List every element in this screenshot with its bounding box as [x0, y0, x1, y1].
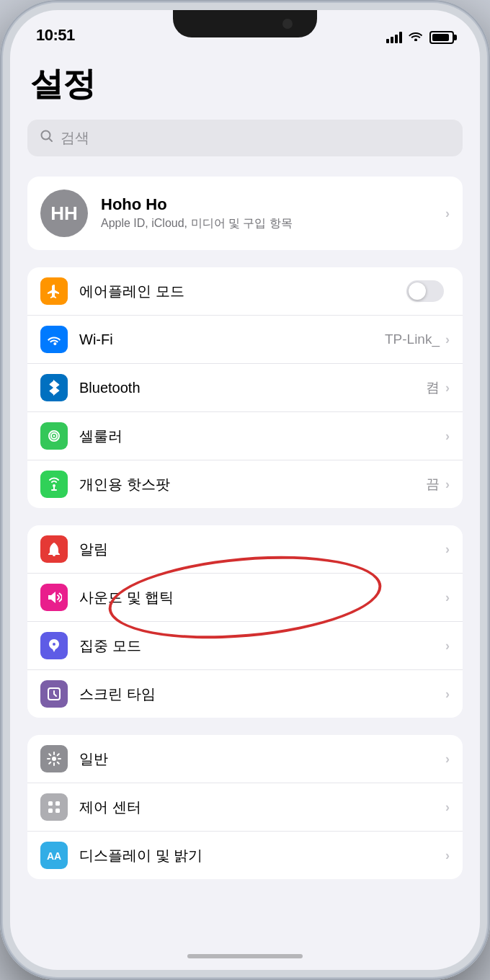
- apple-id-subtitle: Apple ID, iCloud, 미디어 및 구입 항목: [101, 216, 445, 231]
- wifi-label: Wi-Fi: [79, 331, 385, 348]
- settings-row-focus[interactable]: 집중 모드 ›: [27, 622, 463, 670]
- settings-row-sounds[interactable]: 사운드 및 햅틱 ›: [27, 574, 463, 622]
- settings-row-wifi[interactable]: Wi-Fi TP-Link_ ›: [27, 316, 463, 364]
- status-time: 10:51: [36, 26, 75, 45]
- bluetooth-value: 켬: [426, 378, 440, 397]
- apple-id-card[interactable]: HH Hoho Ho Apple ID, iCloud, 미디어 및 구입 항목…: [27, 177, 463, 250]
- hotspot-chevron: ›: [445, 477, 450, 492]
- notifications-label: 알림: [79, 540, 445, 559]
- settings-row-screentime[interactable]: 스크린 타임 ›: [27, 670, 463, 718]
- hotspot-label: 개인용 핫스팟: [79, 475, 426, 494]
- display-chevron: ›: [445, 848, 450, 863]
- svg-rect-15: [55, 808, 60, 813]
- settings-row-cellular[interactable]: 셀룰러 ›: [27, 412, 463, 460]
- notifications-section: 알림 › 사운드 및 햅틱 ›: [27, 525, 463, 718]
- status-icons: [386, 30, 454, 45]
- search-placeholder: 검색: [61, 128, 89, 148]
- focus-label: 집중 모드: [79, 636, 445, 656]
- phone-screen: 10:51 설정: [10, 10, 480, 970]
- controlcenter-icon: [40, 793, 68, 821]
- sounds-icon: [40, 584, 68, 611]
- display-icon: AA: [40, 842, 68, 869]
- sounds-chevron: ›: [445, 590, 450, 605]
- bluetooth-icon: [40, 374, 68, 401]
- settings-row-bluetooth[interactable]: Bluetooth 켬 ›: [27, 364, 463, 412]
- focus-chevron: ›: [445, 638, 450, 654]
- controlcenter-chevron: ›: [445, 800, 450, 815]
- sounds-label: 사운드 및 햅틱: [79, 588, 445, 607]
- svg-rect-12: [48, 801, 53, 806]
- general-section: 일반 › 제어 센터 ›: [27, 735, 463, 879]
- apple-id-info: Hoho Ho Apple ID, iCloud, 미디어 및 구입 항목: [101, 195, 445, 231]
- controlcenter-label: 제어 센터: [79, 798, 445, 817]
- avatar: HH: [40, 190, 88, 237]
- display-label: 디스플레이 및 밝기: [79, 846, 445, 865]
- settings-row-notifications[interactable]: 알림 ›: [27, 525, 463, 574]
- cellular-icon: [40, 422, 68, 450]
- settings-row-display[interactable]: AA 디스플레이 및 밝기 ›: [27, 832, 463, 879]
- general-label: 일반: [79, 749, 445, 769]
- battery-icon: [429, 31, 454, 44]
- general-chevron: ›: [445, 752, 450, 767]
- settings-row-controlcenter[interactable]: 제어 센터 ›: [27, 783, 463, 832]
- bluetooth-chevron: ›: [445, 380, 450, 396]
- wifi-value: TP-Link_: [385, 331, 440, 347]
- hotspot-icon: [40, 471, 68, 498]
- screentime-label: 스크린 타임: [79, 685, 445, 704]
- airplane-toggle[interactable]: [406, 280, 444, 302]
- cellular-label: 셀룰러: [79, 427, 445, 446]
- search-bar[interactable]: 검색: [27, 120, 463, 156]
- settings-row-general[interactable]: 일반 ›: [27, 735, 463, 783]
- bluetooth-label: Bluetooth: [79, 380, 426, 396]
- settings-row-airplane[interactable]: 에어플레인 모드: [27, 267, 463, 316]
- cellular-chevron: ›: [445, 429, 450, 444]
- phone-frame: 10:51 설정: [0, 0, 490, 980]
- general-icon: [40, 745, 68, 772]
- svg-point-8: [53, 435, 55, 437]
- screen-content[interactable]: 설정 검색 HH Hoho Ho Apple ID, iCloud,: [10, 50, 480, 970]
- search-icon: [40, 130, 53, 146]
- airplane-icon: [40, 277, 68, 305]
- svg-rect-14: [48, 808, 53, 813]
- notch: [173, 10, 317, 37]
- wifi-icon: [40, 326, 68, 353]
- svg-rect-13: [55, 801, 60, 806]
- focus-icon: [40, 632, 68, 659]
- notifications-chevron: ›: [445, 542, 450, 557]
- apple-id-name: Hoho Ho: [101, 195, 445, 214]
- settings-row-hotspot[interactable]: 개인용 핫스팟 끔 ›: [27, 460, 463, 508]
- notifications-icon: [40, 535, 68, 563]
- signal-icon: [386, 32, 402, 43]
- hotspot-value: 끔: [426, 475, 440, 494]
- svg-point-11: [52, 757, 56, 761]
- camera-dot: [282, 19, 293, 29]
- connectivity-section: 에어플레인 모드 Wi-Fi TP-Link_: [27, 267, 463, 508]
- airplane-label: 에어플레인 모드: [79, 282, 406, 301]
- svg-text:AA: AA: [47, 850, 61, 862]
- wifi-status-icon: [408, 30, 424, 45]
- screentime-icon: [40, 680, 68, 708]
- apple-id-row[interactable]: HH Hoho Ho Apple ID, iCloud, 미디어 및 구입 항목…: [27, 177, 463, 250]
- home-indicator: [187, 954, 303, 958]
- apple-id-chevron: ›: [445, 206, 450, 221]
- screentime-chevron: ›: [445, 687, 450, 702]
- page-title: 설정: [30, 62, 463, 107]
- wifi-chevron: ›: [445, 332, 450, 347]
